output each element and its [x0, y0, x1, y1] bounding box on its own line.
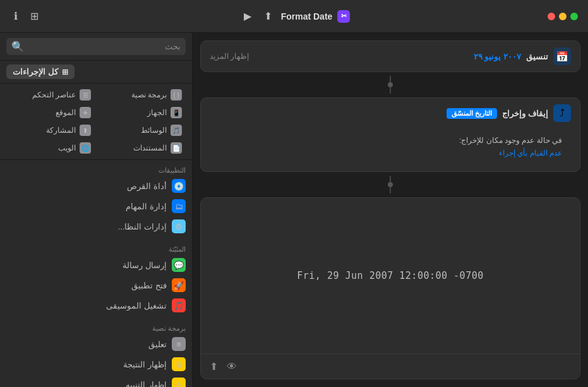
- sidebar-item-disk-utility[interactable]: 💿 أداة القرص: [0, 176, 192, 196]
- media-icon: 🎵: [171, 125, 182, 136]
- info-button[interactable]: ℹ: [10, 8, 21, 25]
- grid-icon: ⊞: [62, 68, 68, 77]
- maximize-button[interactable]: [570, 13, 578, 20]
- cat-web-label: الويب: [58, 144, 76, 152]
- stop-title-group: ⤴ إيقاف وإخراج التاريخ المنسّق: [447, 104, 571, 122]
- device-icon: 📱: [171, 107, 182, 118]
- comment-icon: ≡: [172, 337, 186, 351]
- sidebar-item-open-app[interactable]: 🚀 فتح تطبيق: [0, 275, 192, 295]
- title-icon: ✂: [337, 10, 350, 23]
- cat-ui-label: عناصر التحكم: [32, 90, 76, 99]
- stop-output-icon: ⤴: [553, 104, 571, 122]
- cat-location-label: الموقع: [56, 108, 76, 117]
- sidebar: 🔍 ⊞ كل الإجراءات { } برمجة نصية ☰ عناصر …: [0, 33, 193, 387]
- stop-card-header: ⤴ إيقاف وإخراج التاريخ المنسّق: [201, 98, 580, 128]
- divider-4: [390, 187, 391, 194]
- titlebar-left: ℹ ⊞: [10, 8, 42, 25]
- cat-scripting[interactable]: { } برمجة نصية: [97, 87, 186, 102]
- minimize-button[interactable]: [559, 13, 567, 20]
- play-button[interactable]: ▶: [240, 8, 255, 25]
- open-app-label: فتح تطبيق: [131, 281, 167, 290]
- connector-2: [200, 176, 580, 194]
- window-title: Format Date: [281, 11, 333, 22]
- cat-ui[interactable]: ☰ عناصر التحكم: [6, 87, 95, 102]
- show-more-btn[interactable]: إظهار المزيد: [210, 52, 249, 61]
- sidebar-item-task-manager[interactable]: 🗂 إدارة المهام: [0, 196, 192, 216]
- main-layout: 🔍 ⊞ كل الإجراءات { } برمجة نصية ☰ عناصر …: [0, 33, 588, 387]
- action-card-stop-output: ⤴ إيقاف وإخراج التاريخ المنسّق في حالة ع…: [200, 97, 580, 172]
- card-header-format-date: 📅 تنسيق ٢٠٠٧ يونيو ٢٩ إظهار المزيد: [201, 41, 580, 71]
- cat-device-label: الجهاز: [147, 108, 167, 117]
- workflow-area: 📅 تنسيق ٢٠٠٧ يونيو ٢٩ إظهار المزيد ⤴: [193, 33, 588, 387]
- cat-location[interactable]: ✈ الموقع: [6, 105, 95, 120]
- sidebar-item-show-result[interactable]: 🖥 إظهار النتيجة: [0, 354, 192, 374]
- search-input[interactable]: [28, 42, 181, 51]
- add-button[interactable]: ⊞: [27, 8, 42, 25]
- search-bar: 🔍: [0, 33, 192, 61]
- cat-media[interactable]: 🎵 الوسائط: [97, 123, 186, 138]
- share-button[interactable]: ⬆: [260, 8, 276, 25]
- task-manager-label: إدارة المهام: [126, 202, 167, 211]
- stop-card-content: في حالة عدم وجود مكان للإخراج: عدم القيا…: [201, 128, 580, 171]
- card-header-left-1: 📅 تنسيق ٢٠٠٧ يونيو ٢٩: [474, 47, 571, 65]
- scripting-icon: { }: [171, 89, 182, 101]
- connector-1: [200, 76, 580, 94]
- output-content: Fri, 29 Jun 2007 12:00:00 -0700: [201, 198, 580, 353]
- play-music-icon: 🎵: [172, 298, 186, 312]
- category-grid: { } برمجة نصية ☰ عناصر التحكم 📱 الجهاز ✈…: [6, 87, 186, 156]
- disk-utility-icon: 💿: [172, 179, 186, 193]
- error-text: في حالة عدم وجود مكان للإخراج:: [210, 133, 571, 149]
- sidebar-item-show-alert[interactable]: ⚠ إظهار التنبيه: [0, 374, 192, 387]
- content-area: 📅 تنسيق ٢٠٠٧ يونيو ٢٩ إظهار المزيد ⤴: [193, 33, 588, 387]
- sidebar-top-row: ⊞ كل الإجراءات: [0, 61, 192, 83]
- all-actions-label: كل الإجراءات: [13, 67, 58, 77]
- cat-documents-label: المستندات: [133, 144, 167, 152]
- section-pinned: المثبّتة 💬 إرسال رسالة 🚀 فتح تطبيق 🎵 تشغ…: [0, 239, 192, 318]
- stop-output-title: إيقاف وإخراج: [502, 109, 548, 118]
- cat-documents[interactable]: 📄 المستندات: [97, 140, 186, 156]
- sidebar-item-play-music[interactable]: 🎵 تشغيل الموسيقى: [0, 295, 192, 316]
- sidebar-categories: { } برمجة نصية ☰ عناصر التحكم 📱 الجهاز ✈…: [0, 83, 192, 160]
- date-value[interactable]: ٢٠٠٧ يونيو ٢٩: [474, 52, 521, 61]
- play-music-label: تشغيل الموسيقى: [106, 301, 167, 310]
- titlebar-center: ▶ ⬆ Format Date ✂: [240, 8, 351, 25]
- comment-label: تعليق: [148, 340, 167, 349]
- output-preview-button[interactable]: 👁: [225, 360, 238, 374]
- send-message-label: إرسال رسالة: [123, 261, 167, 270]
- cat-device[interactable]: 📱 الجهاز: [97, 105, 186, 120]
- sidebar-items: التطبيقات 💿 أداة القرص 🗂 إدارة المهام ⚙ …: [0, 160, 192, 387]
- show-result-icon: 🖥: [172, 357, 186, 371]
- stop-badge[interactable]: التاريخ المنسّق: [447, 108, 497, 119]
- all-actions-tab[interactable]: ⊞ كل الإجراءات: [6, 64, 75, 79]
- error-link[interactable]: عدم القيام بأي إجراء: [210, 149, 571, 164]
- divider-1: [390, 76, 391, 82]
- sidebar-item-comment[interactable]: ≡ تعليق: [0, 334, 192, 354]
- app3-icon: ⚙: [172, 219, 186, 233]
- open-app-icon: 🚀: [172, 278, 186, 292]
- output-footer: ⬆ 👁: [201, 353, 580, 379]
- titlebar: ℹ ⊞ ▶ ⬆ Format Date ✂: [0, 0, 588, 33]
- divider-2: [390, 87, 391, 94]
- show-result-label: إظهار النتيجة: [123, 360, 167, 369]
- send-message-icon: 💬: [172, 258, 186, 272]
- close-button[interactable]: [548, 13, 555, 20]
- section-label-apps: التطبيقات: [0, 163, 192, 176]
- section-scripting: برمجة نصية ≡ تعليق 🖥 إظهار النتيجة ⚠ إظه…: [0, 318, 192, 387]
- search-icon: 🔍: [11, 40, 24, 52]
- divider-3: [390, 176, 391, 182]
- sharing-icon: ⬆: [80, 125, 91, 136]
- sidebar-item-app3[interactable]: ⚙ إدارات النظا...: [0, 216, 192, 236]
- output-card: Fri, 29 Jun 2007 12:00:00 -0700 ⬆ 👁: [200, 197, 580, 379]
- cat-web[interactable]: 🌐 الويب: [6, 140, 95, 156]
- web-icon: 🌐: [80, 142, 91, 154]
- cat-sharing[interactable]: ⬆ المشاركة: [6, 123, 95, 138]
- sidebar-item-send-message[interactable]: 💬 إرسال رسالة: [0, 255, 192, 275]
- show-alert-label: إظهار التنبيه: [126, 380, 167, 388]
- section-label-scripting: برمجة نصية: [0, 321, 192, 334]
- app3-label: إدارات النظا...: [118, 222, 167, 231]
- output-share-button[interactable]: ⬆: [208, 359, 219, 374]
- section-applications: التطبيقات 💿 أداة القرص 🗂 إدارة المهام ⚙ …: [0, 160, 192, 239]
- action-card-format-date: 📅 تنسيق ٢٠٠٧ يونيو ٢٩ إظهار المزيد: [200, 40, 580, 72]
- output-text: Fri, 29 Jun 2007 12:00:00 -0700: [297, 270, 483, 281]
- documents-icon: 📄: [171, 142, 182, 154]
